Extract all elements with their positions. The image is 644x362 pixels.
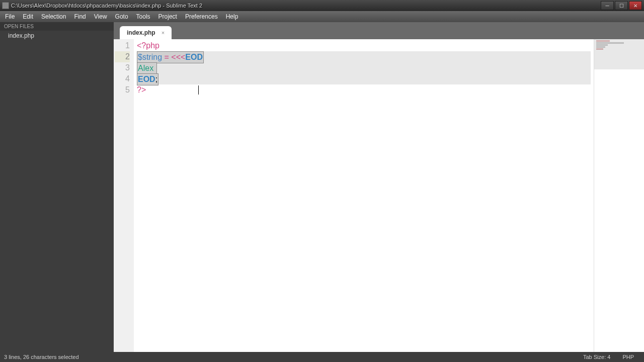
code-area[interactable]: 1 2 3 4 5 <?php $string·=·<<<EOD Alex EO…: [114, 39, 644, 352]
code-line-5: ?>: [137, 84, 591, 96]
line-number: 2: [115, 51, 130, 62]
code-line-2: $string·=·<<<EOD: [137, 51, 591, 62]
line-number: 3: [115, 62, 130, 73]
tab-title: index.php: [127, 29, 155, 36]
minimize-button[interactable]: ─: [601, 1, 614, 10]
menu-goto[interactable]: Goto: [111, 12, 132, 21]
menu-find[interactable]: Find: [70, 12, 90, 21]
sidebar-item-file[interactable]: index.php: [0, 31, 114, 41]
status-selection: 3 lines, 26 characters selected: [4, 354, 577, 360]
menubar: File Edit Selection Find View Goto Tools…: [0, 11, 644, 22]
statusbar: 3 lines, 26 characters selected Tab Size…: [0, 352, 644, 362]
editor-area: index.php × 1 2 3 4 5 <?php $string·=·<<…: [114, 22, 644, 352]
code-line-1: <?php: [137, 40, 591, 51]
code-line-3: Alex: [137, 62, 591, 73]
main-area: OPEN FILES index.php index.php × 1 2 3 4…: [0, 22, 644, 352]
menu-tools[interactable]: Tools: [132, 12, 154, 21]
app-icon: [2, 2, 9, 9]
titlebar: C:\Users\Alex\Dropbox\htdocs\phpacademy\…: [0, 0, 644, 11]
menu-edit[interactable]: Edit: [19, 12, 37, 21]
window-title: C:\Users\Alex\Dropbox\htdocs\phpacademy\…: [11, 3, 601, 9]
code-content[interactable]: <?php $string·=·<<<EOD Alex EOD; ?>: [134, 39, 594, 352]
tab-bar: index.php ×: [114, 22, 644, 39]
sidebar: OPEN FILES index.php: [0, 22, 114, 352]
menu-file[interactable]: File: [1, 12, 19, 21]
menu-help[interactable]: Help: [222, 12, 243, 21]
close-button[interactable]: ✕: [629, 1, 642, 10]
status-language[interactable]: PHP: [616, 354, 640, 360]
minimap-content: [596, 40, 642, 50]
status-tabsize[interactable]: Tab Size: 4: [577, 354, 616, 360]
gutter: 1 2 3 4 5: [114, 39, 134, 352]
minimap[interactable]: [594, 39, 644, 352]
line-number: 4: [115, 73, 130, 84]
tab-close-icon[interactable]: ×: [162, 30, 165, 36]
line-number: 1: [115, 40, 130, 51]
menu-project[interactable]: Project: [154, 12, 181, 21]
menu-preferences[interactable]: Preferences: [181, 12, 222, 21]
tab-index[interactable]: index.php ×: [120, 26, 172, 39]
menu-view[interactable]: View: [90, 12, 111, 21]
sidebar-header: OPEN FILES: [0, 22, 114, 31]
maximize-button[interactable]: ☐: [615, 1, 628, 10]
text-caret: [198, 85, 199, 95]
window-controls: ─ ☐ ✕: [601, 1, 642, 10]
line-number: 5: [115, 84, 130, 96]
code-line-4: EOD;: [137, 73, 591, 84]
menu-selection[interactable]: Selection: [37, 12, 70, 21]
